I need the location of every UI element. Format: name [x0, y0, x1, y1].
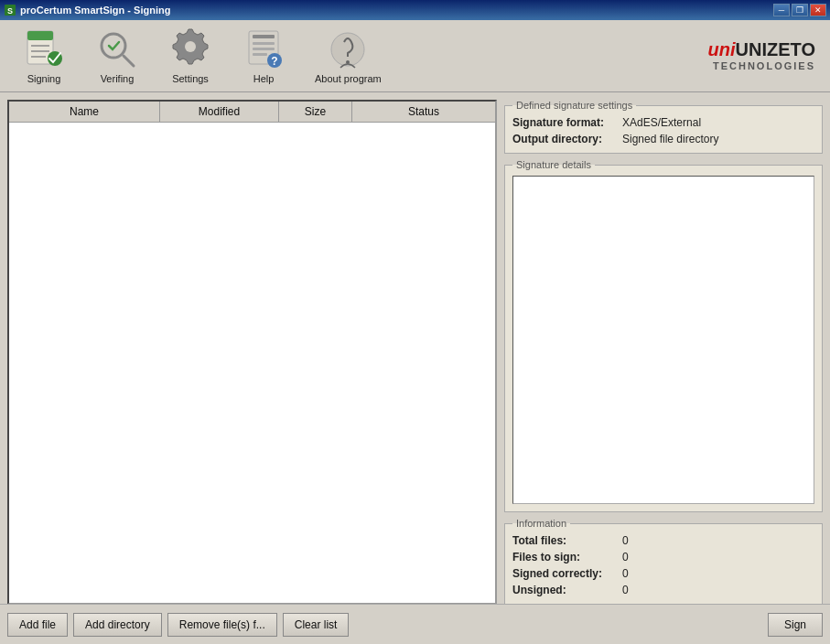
logo-sub: TECHNOLOGIES [708, 60, 815, 72]
signature-format-row: Signature format: XAdES/External [512, 116, 814, 129]
signing-label: Signing [27, 73, 61, 84]
signed-correctly-value: 0 [622, 567, 629, 580]
sign-button[interactable]: Sign [768, 613, 823, 637]
signed-correctly-row: Signed correctly: 0 [512, 567, 814, 580]
toolbar: Signing Verifing Settings [0, 20, 830, 92]
svg-rect-3 [27, 31, 53, 40]
right-panel: Defined signature settings Signature for… [504, 100, 823, 605]
file-list-panel: Name Modified Size Status [7, 100, 497, 605]
about-label: About program [315, 73, 382, 84]
bottom-bar: Add file Add directory Remove file(s) f.… [0, 604, 830, 644]
toolbar-item-about[interactable]: About program [300, 24, 396, 88]
unsigned-value: 0 [622, 584, 629, 596]
add-file-button[interactable]: Add file [7, 613, 68, 637]
close-button[interactable]: ✕ [810, 4, 826, 16]
files-to-sign-label: Files to sign: [512, 551, 622, 564]
defined-signature-settings-title: Defined signature settings [512, 100, 636, 111]
signature-details-title: Signature details [512, 159, 595, 170]
svg-rect-10 [253, 42, 275, 45]
svg-rect-9 [253, 35, 275, 38]
add-directory-button[interactable]: Add directory [73, 613, 162, 637]
clear-list-button[interactable]: Clear list [283, 613, 350, 637]
toolbar-item-signing[interactable]: Signing [7, 24, 81, 88]
logo: uniUNIZETO TECHNOLOGIES [708, 38, 823, 72]
total-files-row: Total files: 0 [512, 534, 814, 547]
signing-icon [22, 27, 66, 71]
col-header-status: Status [352, 102, 495, 122]
file-list-header: Name Modified Size Status [9, 102, 495, 123]
toolbar-item-help[interactable]: ? Help [227, 24, 300, 88]
files-to-sign-row: Files to sign: 0 [512, 551, 814, 564]
svg-text:?: ? [271, 55, 277, 68]
file-list-body[interactable] [9, 123, 495, 603]
output-directory-value: Signed file directory [622, 133, 718, 145]
svg-rect-12 [253, 53, 267, 56]
col-header-name: Name [9, 102, 160, 122]
minimize-button[interactable]: ─ [773, 4, 790, 16]
verifing-label: Verifing [101, 73, 135, 84]
signature-format-label: Signature format: [512, 116, 622, 129]
verifing-icon [95, 27, 139, 71]
unsigned-label: Unsigned: [512, 584, 622, 596]
toolbar-item-settings[interactable]: Settings [154, 24, 227, 88]
col-header-modified: Modified [160, 102, 279, 122]
window-title: proCertum SmartSign - Signing [20, 5, 170, 16]
signature-format-value: XAdES/External [622, 116, 701, 129]
remove-files-button[interactable]: Remove file(s) f... [167, 613, 277, 637]
help-label: Help [253, 73, 275, 84]
settings-label: Settings [172, 73, 209, 84]
logo-brand: UNIZETO [736, 39, 815, 59]
svg-point-7 [185, 41, 196, 52]
unsigned-row: Unsigned: 0 [512, 584, 814, 596]
title-bar-left: S proCertum SmartSign - Signing [4, 4, 170, 16]
about-icon [326, 27, 370, 71]
title-bar: S proCertum SmartSign - Signing ─ ❒ ✕ [0, 0, 830, 20]
signature-details-body [512, 176, 814, 504]
app-icon: S [4, 4, 16, 16]
total-files-value: 0 [622, 534, 629, 547]
restore-button[interactable]: ❒ [792, 4, 808, 16]
help-icon: ? [242, 27, 286, 71]
svg-text:S: S [7, 6, 13, 16]
output-directory-row: Output directory: Signed file directory [512, 133, 814, 145]
toolbar-item-verifing[interactable]: Verifing [81, 24, 154, 88]
defined-signature-settings-box: Defined signature settings Signature for… [504, 100, 823, 154]
information-title: Information [512, 518, 570, 529]
main-content: Name Modified Size Status Defined signat… [0, 92, 830, 612]
svg-point-6 [105, 38, 122, 54]
col-header-size: Size [279, 102, 352, 122]
signature-details-box: Signature details [504, 159, 823, 512]
total-files-label: Total files: [512, 534, 622, 547]
settings-icon [168, 27, 212, 71]
window-controls: ─ ❒ ✕ [773, 4, 826, 16]
signed-correctly-label: Signed correctly: [512, 567, 622, 580]
information-box: Information Total files: 0 Files to sign… [504, 518, 823, 605]
files-to-sign-value: 0 [622, 551, 629, 564]
output-directory-label: Output directory: [512, 133, 622, 145]
svg-rect-11 [253, 48, 275, 50]
logo-uni: uni [708, 39, 736, 59]
